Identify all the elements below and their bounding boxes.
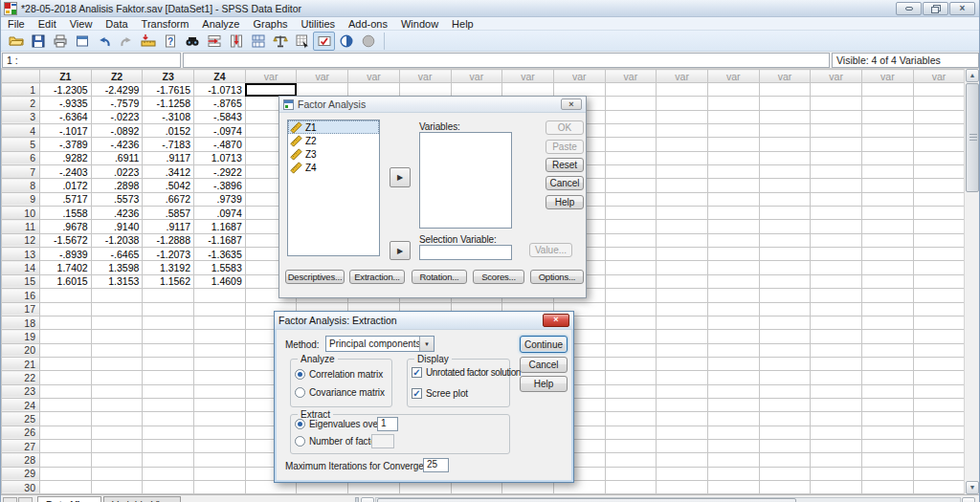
cell-r11-c15[interactable] xyxy=(759,220,811,233)
cell-r11-c16[interactable] xyxy=(811,220,862,233)
row-header-6[interactable]: 6 xyxy=(2,151,40,164)
cell-r22-c14[interactable] xyxy=(707,371,759,384)
cell-r29-c12[interactable] xyxy=(605,467,657,480)
cell-r18-c1[interactable] xyxy=(40,316,92,329)
cell-r25-c2[interactable] xyxy=(91,412,143,426)
cell-r28-c18[interactable] xyxy=(913,453,965,467)
cell-r4-c4[interactable]: -.0974 xyxy=(194,124,246,138)
reset-button[interactable]: Reset xyxy=(546,158,584,172)
unrotated-solution-checkbox[interactable]: ✓ Unrotated factor solution xyxy=(412,367,521,378)
cell-r1-c17[interactable] xyxy=(862,83,914,97)
cell-r24-c17[interactable] xyxy=(862,398,914,411)
variable-item-z1[interactable]: Z1 xyxy=(288,120,379,134)
cell-r2-c13[interactable] xyxy=(657,97,708,110)
cell-r6-c2[interactable]: .6911 xyxy=(91,151,143,164)
cell-r13-c17[interactable] xyxy=(862,248,914,261)
help-button[interactable]: Help xyxy=(520,376,568,392)
cell-r28-c12[interactable] xyxy=(605,453,657,467)
cell-r21-c12[interactable] xyxy=(605,357,657,370)
cell-r14-c12[interactable] xyxy=(605,261,657,274)
row-header-26[interactable]: 26 xyxy=(2,426,40,439)
column-header-z4[interactable]: Z4 xyxy=(194,70,246,83)
cell-r23-c13[interactable] xyxy=(657,384,708,398)
cell-r5-c12[interactable] xyxy=(605,138,657,151)
cell-r22-c1[interactable] xyxy=(40,371,92,384)
cell-r3-c2[interactable]: -.0223 xyxy=(91,110,143,123)
row-header-16[interactable]: 16 xyxy=(2,289,40,302)
cell-r17-c14[interactable] xyxy=(707,302,759,316)
cell-r18-c16[interactable] xyxy=(811,316,862,329)
descriptives-button[interactable]: Descriptives... xyxy=(285,270,345,284)
cell-r16-c3[interactable] xyxy=(143,289,194,302)
cell-r1-c7[interactable] xyxy=(348,83,400,97)
cell-r13-c14[interactable] xyxy=(707,248,759,261)
save-file-icon[interactable] xyxy=(27,32,49,51)
cell-r8-c18[interactable] xyxy=(913,179,965,192)
cell-r1-c4[interactable]: -1.0713 xyxy=(194,83,246,97)
row-header-18[interactable]: 18 xyxy=(2,316,40,329)
cell-r18-c14[interactable] xyxy=(707,316,759,329)
cell-r3-c12[interactable] xyxy=(605,110,657,123)
cell-r24-c13[interactable] xyxy=(657,398,708,411)
cell-r9-c4[interactable]: .9739 xyxy=(194,192,246,206)
split-file-icon[interactable] xyxy=(247,32,269,51)
cell-r15-c14[interactable] xyxy=(707,274,759,288)
close-button[interactable]: × xyxy=(949,2,975,15)
cell-r8-c12[interactable] xyxy=(605,179,657,192)
cell-r1-c18[interactable] xyxy=(913,83,965,97)
cell-r28-c15[interactable] xyxy=(759,453,811,467)
cell-r15-c3[interactable]: 1.1562 xyxy=(143,274,194,288)
cell-r29-c4[interactable] xyxy=(194,467,246,480)
cell-r7-c12[interactable] xyxy=(605,165,657,179)
cell-r3-c13[interactable] xyxy=(657,110,708,123)
cell-r2-c18[interactable] xyxy=(913,97,965,110)
cell-r7-c17[interactable] xyxy=(862,165,914,179)
cell-r12-c4[interactable]: -1.1687 xyxy=(194,233,246,247)
cell-r12-c2[interactable]: -1.2038 xyxy=(91,233,143,247)
cell-r1-c5[interactable] xyxy=(245,83,297,97)
cell-r12-c13[interactable] xyxy=(657,233,708,247)
cell-r19-c16[interactable] xyxy=(811,330,862,343)
undo-icon[interactable] xyxy=(93,32,115,51)
cell-r14-c17[interactable] xyxy=(862,261,914,274)
scroll-right-icon[interactable]: ► xyxy=(962,497,975,502)
title-bar[interactable]: *28-05-2018 Analisis Faktor.sav [DataSet… xyxy=(1,0,979,17)
cell-r11-c14[interactable] xyxy=(707,220,759,233)
cell-r22-c15[interactable] xyxy=(759,371,811,384)
cell-r28-c3[interactable] xyxy=(143,453,194,467)
cell-r8-c2[interactable]: .2898 xyxy=(91,179,143,192)
cell-r3-c14[interactable] xyxy=(707,110,759,123)
cell-r28-c2[interactable] xyxy=(91,453,143,467)
cell-r13-c3[interactable]: -1.2073 xyxy=(143,248,194,261)
cell-r4-c12[interactable] xyxy=(605,124,657,138)
cell-r18-c17[interactable] xyxy=(862,316,914,329)
cell-r9-c17[interactable] xyxy=(862,192,914,206)
cell-r21-c16[interactable] xyxy=(811,357,862,370)
cell-r21-c2[interactable] xyxy=(91,357,143,370)
cell-r23-c4[interactable] xyxy=(194,384,246,398)
cell-r1-c13[interactable] xyxy=(657,83,708,97)
cell-r26-c18[interactable] xyxy=(913,426,965,439)
row-header-9[interactable]: 9 xyxy=(2,192,40,206)
cell-r15-c16[interactable] xyxy=(811,274,862,288)
tab-data-view[interactable]: Data View xyxy=(37,496,101,502)
cell-r1-c1[interactable]: -1.2305 xyxy=(40,83,92,97)
cell-r4-c17[interactable] xyxy=(862,124,914,138)
cell-r2-c4[interactable]: -.8765 xyxy=(194,97,246,110)
cell-r2-c12[interactable] xyxy=(605,97,657,110)
rotation-button[interactable]: Rotation... xyxy=(412,270,467,284)
selection-variable-field[interactable] xyxy=(419,245,512,260)
cell-r17-c13[interactable] xyxy=(657,302,708,316)
method-dropdown[interactable]: Principal components ▼ xyxy=(325,336,434,352)
row-header-30[interactable]: 30 xyxy=(2,480,40,493)
menu-view[interactable]: View xyxy=(63,17,100,31)
cell-r21-c15[interactable] xyxy=(759,357,811,370)
cell-r10-c16[interactable] xyxy=(811,207,862,220)
cell-r17-c3[interactable] xyxy=(143,302,194,316)
covariance-matrix-radio[interactable]: Covariance matrix xyxy=(295,387,385,398)
cell-r20-c3[interactable] xyxy=(143,343,194,357)
row-header-25[interactable]: 25 xyxy=(2,412,40,426)
cell-r15-c17[interactable] xyxy=(862,274,914,288)
cell-r13-c12[interactable] xyxy=(605,248,657,261)
cell-r16-c4[interactable] xyxy=(194,289,246,302)
